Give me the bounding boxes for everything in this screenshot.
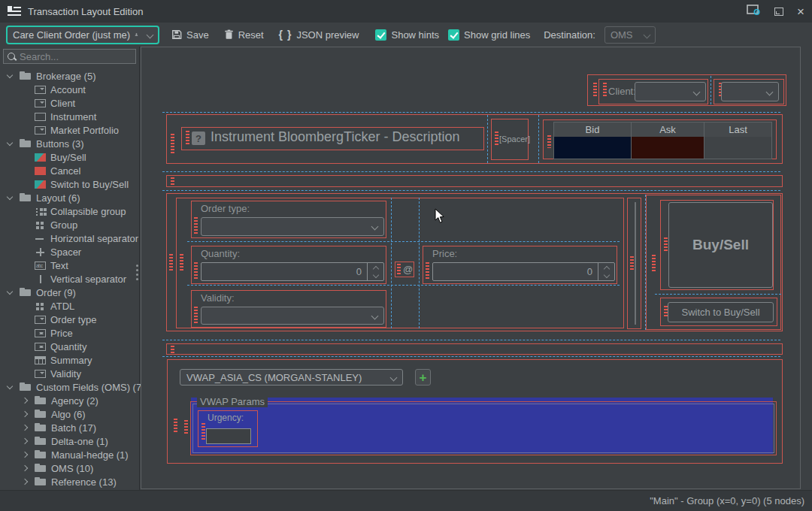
sidebar-item-order-type[interactable]: Order type [0,313,139,326]
sidebar-item-price[interactable]: Price [0,326,139,340]
drag-handle-icon[interactable] [664,237,668,252]
strategy-combobox[interactable]: VWAP_ASIA_CS (MORGAN-STANLEY) [180,369,403,386]
show-hints-checkbox[interactable]: Show hints [375,29,439,41]
save-button[interactable]: Save [168,29,212,41]
restore-window-icon[interactable] [774,8,783,16]
reset-button[interactable]: Reset [221,29,267,41]
sidebar-folder-layout[interactable]: Layout (6) [0,191,139,204]
drag-handle-icon[interactable] [397,264,401,274]
checkbox-checked-icon[interactable] [375,29,386,41]
sidebar-folder-manual-hedge[interactable]: Manual-hedge (1) [0,448,139,461]
drag-handle-icon[interactable] [630,256,634,271]
add-strategy-button[interactable]: + [415,369,431,386]
drag-handle-icon[interactable] [194,262,198,279]
validity-combobox[interactable] [201,307,384,325]
spinner-field-icon [35,343,46,351]
chevron-right-icon[interactable] [20,398,30,403]
sidebar-splitter-handle[interactable] [136,265,138,267]
drag-handle-icon[interactable] [194,307,198,323]
sidebar-item-account[interactable]: Account [0,83,139,96]
chevron-down-icon[interactable] [5,143,15,145]
sidebar-item-quantity[interactable]: Quantity [0,340,139,353]
spinner-buttons-icon[interactable] [598,263,614,280]
sidebar-item-horizontal-separator[interactable]: Horizontal separator [0,231,139,245]
chevron-down-icon[interactable] [5,197,15,199]
sidebar-folder-delta-one[interactable]: Delta-one (1) [0,434,139,448]
sidebar-item-cancel[interactable]: Cancel [0,164,139,177]
sidebar-folder-agency[interactable]: Agency (2) [0,394,139,407]
drag-handle-icon[interactable] [495,132,498,147]
sidebar-folder-algo[interactable]: Algo (6) [0,407,139,421]
palette-search[interactable] [3,49,136,64]
price-input[interactable]: 0 [432,262,615,281]
drag-handle-icon[interactable] [184,420,188,435]
quantity-input[interactable]: 0 [201,262,384,281]
buy-sell-button[interactable]: Buy/Sell [668,202,773,288]
sidebar-item-text[interactable]: Text [0,259,139,272]
drag-handle-icon[interactable] [171,346,174,353]
horizontal-separator-node[interactable] [166,175,783,187]
json-preview-button[interactable]: { } JSON preview [276,29,362,41]
drag-handle-icon[interactable] [426,262,429,279]
drag-handle-icon[interactable] [180,254,183,271]
drag-handle-icon[interactable] [547,135,551,148]
sidebar-folder-oms[interactable]: OMS (10) [0,461,139,475]
sidebar-item-summary[interactable]: Summary [0,353,139,367]
sidebar-folder-order[interactable]: Order (9) [0,286,139,299]
layout-canvas[interactable]: Client: ? Instrument BloombergTicker - D… [141,47,801,489]
bid-cell [554,137,632,159]
drag-handle-icon[interactable] [652,255,656,271]
user-icon [135,29,138,40]
sidebar-folder-custom-fields[interactable]: Custom Fields (OMS) (7) [0,380,139,394]
sidebar-folder-buttons[interactable]: Buttons (3) [0,137,139,150]
secondary-combobox[interactable] [721,82,779,101]
destination-combobox[interactable]: OMS [604,26,656,44]
drag-handle-icon[interactable] [194,217,198,234]
sidebar-item-spacer[interactable]: Spacer [0,245,139,259]
drag-handle-icon[interactable] [171,177,174,185]
horizontal-separator-node[interactable] [166,343,783,355]
drag-handle-icon[interactable] [201,423,205,441]
switch-buy-sell-button[interactable]: Switch to Buy/Sell [668,302,774,322]
window-settings-icon[interactable] [747,5,761,19]
order-type-combobox[interactable] [201,217,384,236]
sidebar-item-atdl[interactable]: ATDL [0,299,139,313]
chevron-right-icon[interactable] [20,479,30,484]
drag-handle-icon[interactable] [186,131,189,146]
sidebar-item-switch-to-buy-sell[interactable]: Switch to Buy/Sell [0,177,139,191]
chevron-down-icon[interactable] [5,75,15,77]
sidebar-item-collapsible-group[interactable]: Collapsible group [0,204,139,218]
close-icon[interactable]: × [797,5,804,18]
drag-handle-icon[interactable] [603,83,607,98]
spinner-buttons-icon[interactable] [367,263,383,280]
group-icon [35,221,46,229]
drag-handle-icon[interactable] [171,134,174,153]
sidebar-item-group[interactable]: Group [0,218,139,231]
sidebar-item-instrument[interactable]: Instrument [0,110,139,123]
checkbox-checked-icon[interactable] [448,29,459,41]
layout-profile-combobox[interactable]: Care Client Order (just me) [6,26,159,44]
chevron-down-icon[interactable] [5,386,15,389]
textbox-field-icon [35,113,46,121]
chevron-down-icon[interactable] [5,292,15,294]
sidebar-item-buy-sell[interactable]: Buy/Sell [0,150,139,164]
urgency-input[interactable] [206,428,251,444]
drag-handle-icon[interactable] [593,83,597,98]
sidebar-item-validity[interactable]: Validity [0,367,139,380]
search-input[interactable] [20,51,125,62]
sidebar-item-vertical-separator[interactable]: Vertical separator [0,272,139,286]
drag-handle-icon[interactable] [174,419,177,432]
chevron-right-icon[interactable] [20,425,30,430]
sidebar-folder-reference[interactable]: Reference (13) [0,475,139,488]
sidebar-folder-batch[interactable]: Batch (17) [0,421,139,434]
sidebar-item-market-portfolio[interactable]: Market Portfolio [0,123,139,137]
chevron-right-icon[interactable] [20,452,30,457]
chevron-right-icon[interactable] [20,439,30,443]
show-grid-lines-checkbox[interactable]: Show grid lines [448,29,530,41]
sidebar-folder-brokerage[interactable]: Brokerage (5) [0,69,139,83]
chevron-right-icon[interactable] [20,466,30,470]
sidebar-item-client[interactable]: Client [0,96,139,110]
chevron-right-icon[interactable] [20,412,30,416]
client-combobox[interactable] [635,82,706,101]
drag-handle-icon[interactable] [169,254,173,271]
